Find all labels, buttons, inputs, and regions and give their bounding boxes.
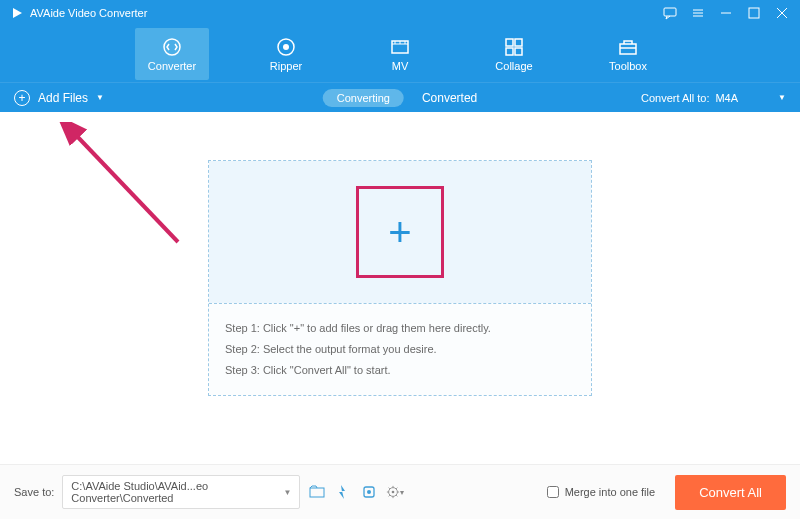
merge-label: Merge into one file xyxy=(565,486,656,498)
convert-all-to-label: Convert All to: xyxy=(641,92,709,104)
minimize-icon[interactable] xyxy=(718,5,734,21)
gpu-icon[interactable] xyxy=(360,483,378,501)
svg-rect-14 xyxy=(515,39,522,46)
nav-toolbox[interactable]: Toolbox xyxy=(591,28,665,80)
svg-rect-16 xyxy=(515,48,522,55)
svg-rect-1 xyxy=(664,8,676,16)
speed-icon[interactable] xyxy=(334,483,352,501)
svg-rect-20 xyxy=(310,488,324,497)
nav-converter[interactable]: Converter xyxy=(135,28,209,80)
plus-icon: + xyxy=(14,90,30,106)
svg-marker-0 xyxy=(13,8,22,18)
instructions: Step 1: Click "+" to add files or drag t… xyxy=(209,303,591,395)
save-to-label: Save to: xyxy=(14,486,54,498)
merge-checkbox[interactable]: Merge into one file xyxy=(547,486,656,498)
nav-label: Collage xyxy=(495,60,532,72)
feedback-icon[interactable] xyxy=(662,5,678,21)
ripper-icon xyxy=(275,36,297,58)
mv-icon xyxy=(389,36,411,58)
menu-icon[interactable] xyxy=(690,5,706,21)
step-2: Step 2: Select the output format you des… xyxy=(225,339,575,360)
status-tabs: Converting Converted xyxy=(323,89,478,107)
chevron-down-icon: ▼ xyxy=(283,488,291,497)
svg-rect-6 xyxy=(749,8,759,18)
nav-label: Toolbox xyxy=(609,60,647,72)
add-files-button[interactable]: + Add Files ▼ xyxy=(14,90,104,106)
svg-point-23 xyxy=(367,490,371,494)
nav-mv[interactable]: MV xyxy=(363,28,437,80)
collage-icon xyxy=(503,36,525,58)
svg-rect-13 xyxy=(506,39,513,46)
chevron-down-icon: ▼ xyxy=(778,93,786,102)
merge-checkbox-input[interactable] xyxy=(547,486,559,498)
settings-icon[interactable]: ▾ xyxy=(386,483,404,501)
dropzone-top: + xyxy=(209,161,591,303)
toolbox-icon xyxy=(617,36,639,58)
annotation-arrow xyxy=(18,122,198,252)
footer: Save to: C:\AVAide Studio\AVAid...eo Con… xyxy=(0,464,800,519)
main-area: + Step 1: Click "+" to add files or drag… xyxy=(0,112,800,464)
nav-collage[interactable]: Collage xyxy=(477,28,551,80)
app-title-text: AVAide Video Converter xyxy=(30,7,147,19)
svg-line-19 xyxy=(73,132,178,242)
plus-icon: + xyxy=(388,210,411,255)
save-path-value: C:\AVAide Studio\AVAid...eo Converter\Co… xyxy=(71,480,283,504)
step-1: Step 1: Click "+" to add files or drag t… xyxy=(225,318,575,339)
converter-icon xyxy=(161,36,183,58)
nav-label: MV xyxy=(392,60,409,72)
nav-ripper[interactable]: Ripper xyxy=(249,28,323,80)
maximize-icon[interactable] xyxy=(746,5,762,21)
subbar: + Add Files ▼ Converting Converted Conve… xyxy=(0,82,800,112)
titlebar: AVAide Video Converter xyxy=(0,0,800,26)
convert-all-to: Convert All to: M4A ▼ xyxy=(641,92,786,104)
tab-converted[interactable]: Converted xyxy=(422,91,477,105)
logo-icon xyxy=(10,6,24,20)
convert-all-button[interactable]: Convert All xyxy=(675,475,786,510)
svg-point-11 xyxy=(283,44,289,50)
step-3: Step 3: Click "Convert All" to start. xyxy=(225,360,575,381)
nav-label: Converter xyxy=(148,60,196,72)
svg-point-25 xyxy=(392,491,395,494)
svg-rect-17 xyxy=(620,44,636,54)
add-files-label: Add Files xyxy=(38,91,88,105)
svg-marker-21 xyxy=(339,485,345,499)
chevron-down-icon: ▼ xyxy=(96,93,104,102)
tab-converting[interactable]: Converting xyxy=(323,89,404,107)
close-icon[interactable] xyxy=(774,5,790,21)
add-files-plus-button[interactable]: + xyxy=(356,186,444,278)
dropzone[interactable]: + Step 1: Click "+" to add files or drag… xyxy=(208,160,592,396)
nav-label: Ripper xyxy=(270,60,302,72)
svg-rect-15 xyxy=(506,48,513,55)
format-value: M4A xyxy=(715,92,738,104)
main-nav: Converter Ripper MV Collage Toolbox xyxy=(0,26,800,82)
open-folder-icon[interactable] xyxy=(308,483,326,501)
save-path-select[interactable]: C:\AVAide Studio\AVAid...eo Converter\Co… xyxy=(62,475,300,509)
window-controls xyxy=(662,5,790,21)
app-title: AVAide Video Converter xyxy=(10,6,147,20)
format-select[interactable]: M4A ▼ xyxy=(715,92,786,104)
